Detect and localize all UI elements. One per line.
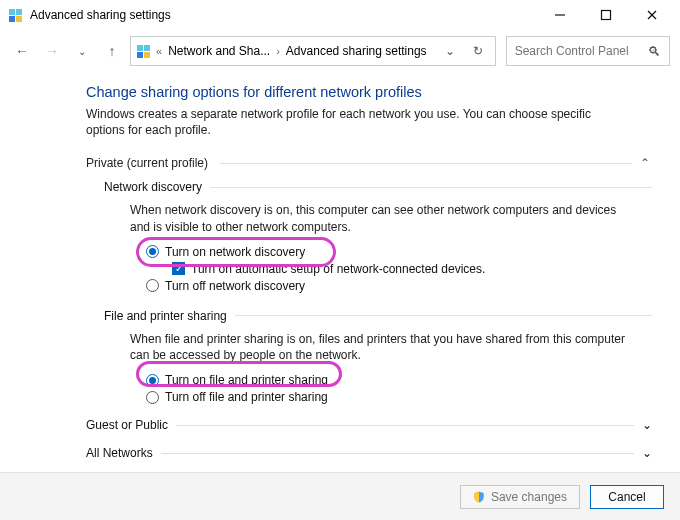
back-button[interactable]: ← bbox=[14, 43, 30, 59]
radio-icon bbox=[146, 245, 159, 258]
address-bar[interactable]: « Network and Sha... › Advanced sharing … bbox=[130, 36, 496, 66]
subsection-network-discovery: Network discovery bbox=[104, 180, 652, 194]
chevron-up-icon: ⌃ bbox=[640, 156, 652, 170]
option-label: Turn on file and printer sharing bbox=[165, 373, 328, 387]
section-label: All Networks bbox=[86, 446, 153, 460]
option-label: Turn on automatic setup of network-conne… bbox=[191, 262, 485, 276]
section-label: Guest or Public bbox=[86, 418, 168, 432]
divider bbox=[220, 163, 632, 164]
chevron-down-icon: ⌄ bbox=[642, 418, 652, 432]
subsection-file-printer-sharing: File and printer sharing bbox=[104, 309, 652, 323]
breadcrumb-sep: « bbox=[156, 45, 162, 57]
option-label: Turn off network discovery bbox=[165, 279, 305, 293]
option-label: Turn on network discovery bbox=[165, 245, 305, 259]
navbar: ← → ⌄ ↑ « Network and Sha... › Advanced … bbox=[0, 30, 680, 72]
radio-icon bbox=[146, 279, 159, 292]
button-label: Save changes bbox=[491, 490, 567, 504]
location-icon bbox=[137, 45, 150, 58]
cancel-button[interactable]: Cancel bbox=[590, 485, 664, 509]
content-area: Change sharing options for different net… bbox=[0, 72, 680, 460]
button-label: Cancel bbox=[608, 490, 645, 504]
search-input[interactable] bbox=[515, 44, 645, 58]
breadcrumb-item[interactable]: Advanced sharing settings bbox=[286, 44, 427, 58]
section-label: Private (current profile) bbox=[86, 156, 208, 170]
footer-bar: Save changes Cancel bbox=[0, 472, 680, 520]
chevron-right-icon: › bbox=[276, 45, 280, 57]
radio-turn-on-file-printer-sharing[interactable]: Turn on file and printer sharing bbox=[146, 373, 652, 387]
app-icon bbox=[6, 6, 24, 24]
option-label: Turn off file and printer sharing bbox=[165, 390, 328, 404]
divider bbox=[235, 315, 652, 316]
file-printer-sharing-desc: When file and printer sharing is on, fil… bbox=[130, 331, 630, 363]
close-button[interactable] bbox=[638, 3, 666, 27]
page-description: Windows creates a separate network profi… bbox=[86, 106, 606, 138]
radio-turn-off-file-printer-sharing[interactable]: Turn off file and printer sharing bbox=[146, 390, 652, 404]
radio-icon bbox=[146, 391, 159, 404]
search-box[interactable]: 🔍︎ bbox=[506, 36, 670, 66]
divider bbox=[161, 453, 634, 454]
titlebar: Advanced sharing settings bbox=[0, 0, 680, 30]
checkbox-auto-setup[interactable]: ✓ Turn on automatic setup of network-con… bbox=[172, 262, 652, 276]
radio-icon bbox=[146, 374, 159, 387]
network-discovery-desc: When network discovery is on, this compu… bbox=[130, 202, 630, 234]
address-dropdown[interactable]: ⌄ bbox=[439, 44, 461, 58]
maximize-button[interactable] bbox=[592, 3, 620, 27]
section-all-networks-header[interactable]: All Networks ⌄ bbox=[86, 446, 652, 460]
radio-turn-on-network-discovery[interactable]: Turn on network discovery bbox=[146, 245, 652, 259]
breadcrumb-item[interactable]: Network and Sha... bbox=[168, 44, 270, 58]
recent-dropdown[interactable]: ⌄ bbox=[74, 46, 90, 57]
forward-button[interactable]: → bbox=[44, 43, 60, 59]
save-changes-button[interactable]: Save changes bbox=[460, 485, 580, 509]
search-icon: 🔍︎ bbox=[648, 44, 661, 59]
chevron-down-icon: ⌄ bbox=[642, 446, 652, 460]
divider bbox=[176, 425, 634, 426]
svg-rect-1 bbox=[602, 11, 611, 20]
section-guest-public-header[interactable]: Guest or Public ⌄ bbox=[86, 418, 652, 432]
checkbox-icon: ✓ bbox=[172, 262, 185, 275]
up-button[interactable]: ↑ bbox=[104, 43, 120, 59]
window-title: Advanced sharing settings bbox=[30, 8, 171, 22]
radio-turn-off-network-discovery[interactable]: Turn off network discovery bbox=[146, 279, 652, 293]
page-title: Change sharing options for different net… bbox=[86, 84, 652, 100]
subsection-label: Network discovery bbox=[104, 180, 202, 194]
refresh-button[interactable]: ↻ bbox=[467, 44, 489, 58]
divider bbox=[210, 187, 652, 188]
minimize-button[interactable] bbox=[546, 3, 574, 27]
subsection-label: File and printer sharing bbox=[104, 309, 227, 323]
section-private-header[interactable]: Private (current profile) ⌃ bbox=[86, 156, 652, 170]
shield-icon bbox=[473, 491, 485, 503]
